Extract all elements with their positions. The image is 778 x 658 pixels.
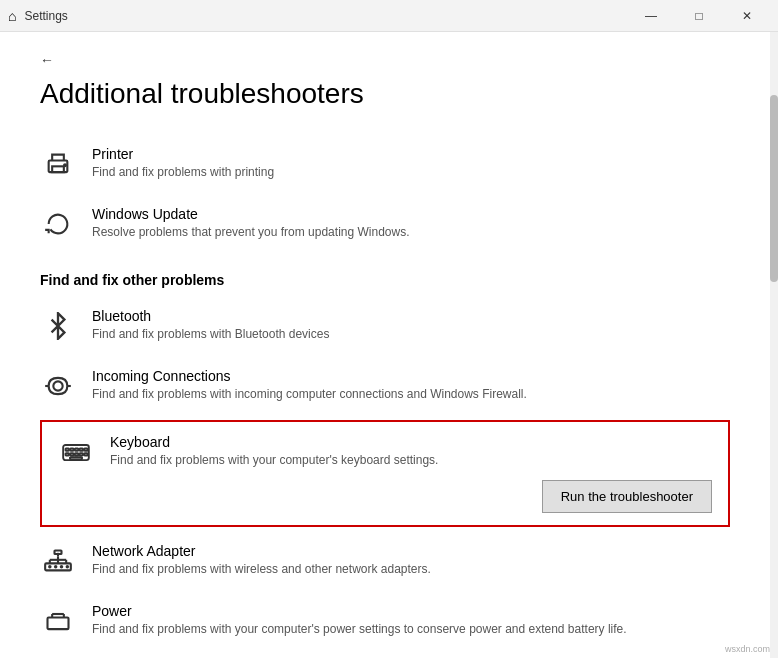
keyboard-item[interactable]: Keyboard Find and fix problems with your… [40,420,730,527]
windows-update-desc: Resolve problems that prevent you from u… [92,224,410,241]
keyboard-desc: Find and fix problems with your computer… [110,452,438,469]
back-icon: ← [40,52,54,68]
svg-rect-25 [75,453,79,455]
svg-rect-27 [84,453,88,455]
run-btn-row: Run the troubleshooter [58,480,712,513]
titlebar-title: Settings [24,9,67,23]
power-item[interactable]: Power Find and fix problems with your co… [40,591,730,651]
network-adapter-icon [40,543,76,579]
keyboard-text: Keyboard Find and fix problems with your… [110,434,438,469]
svg-rect-26 [80,453,84,455]
minimize-button[interactable]: — [628,0,674,32]
power-icon [40,603,76,639]
svg-rect-35 [55,551,62,555]
svg-rect-18 [66,449,70,451]
printer-text: Printer Find and fix problems with print… [92,146,274,181]
svg-rect-21 [80,449,84,451]
printer-title: Printer [92,146,274,162]
bluetooth-desc: Find and fix problems with Bluetooth dev… [92,326,329,343]
network-item[interactable]: Network Adapter Find and fix problems wi… [40,531,730,591]
main-layout: ← Additional troubleshooters Printer Fin… [0,32,778,658]
close-button[interactable]: ✕ [724,0,770,32]
watermark: wsxdn.com [725,644,770,654]
power-desc: Find and fix problems with your computer… [92,621,627,638]
titlebar-controls: — □ ✕ [628,0,770,32]
content-area: ← Additional troubleshooters Printer Fin… [0,32,770,658]
svg-rect-1 [52,166,64,172]
bluetooth-text: Bluetooth Find and fix problems with Blu… [92,308,329,343]
bluetooth-title: Bluetooth [92,308,329,324]
page-title: Additional troubleshooters [40,78,730,110]
scrollbar[interactable] [770,32,778,658]
windows-update-title: Windows Update [92,206,410,222]
titlebar-left: ⌂ Settings [8,8,68,24]
incoming-item[interactable]: Incoming Connections Find and fix proble… [40,356,730,416]
keyboard-title: Keyboard [110,434,438,450]
other-section-label: Find and fix other problems [40,272,730,288]
svg-point-2 [64,164,66,166]
printer-item[interactable]: Printer Find and fix problems with print… [40,134,730,194]
run-troubleshooter-button[interactable]: Run the troubleshooter [542,480,712,513]
svg-rect-28 [70,457,82,459]
printer-icon [40,146,76,182]
svg-point-3 [53,381,62,390]
svg-rect-20 [75,449,79,451]
incoming-desc: Find and fix problems with incoming comp… [92,386,527,403]
svg-rect-24 [70,453,74,455]
bluetooth-icon [40,308,76,344]
incoming-connections-icon [40,368,76,404]
svg-rect-19 [70,449,74,451]
printer-desc: Find and fix problems with printing [92,164,274,181]
windows-update-text: Windows Update Resolve problems that pre… [92,206,410,241]
titlebar: ⌂ Settings — □ ✕ [0,0,778,32]
network-desc: Find and fix problems with wireless and … [92,561,431,578]
network-title: Network Adapter [92,543,431,559]
network-text: Network Adapter Find and fix problems wi… [92,543,431,578]
incoming-title: Incoming Connections [92,368,527,384]
back-button[interactable]: ← [40,52,730,68]
svg-rect-40 [48,618,69,630]
incoming-text: Incoming Connections Find and fix proble… [92,368,527,403]
power-title: Power [92,603,627,619]
maximize-button[interactable]: □ [676,0,722,32]
bluetooth-item[interactable]: Bluetooth Find and fix problems with Blu… [40,296,730,356]
keyboard-icon [58,434,94,470]
keyboard-inner: Keyboard Find and fix problems with your… [58,434,712,470]
svg-rect-23 [66,453,70,455]
windows-update-item[interactable]: Windows Update Resolve problems that pre… [40,194,730,254]
svg-rect-22 [84,449,88,451]
power-text: Power Find and fix problems with your co… [92,603,627,638]
update-icon [40,206,76,242]
home-icon: ⌂ [8,8,16,24]
